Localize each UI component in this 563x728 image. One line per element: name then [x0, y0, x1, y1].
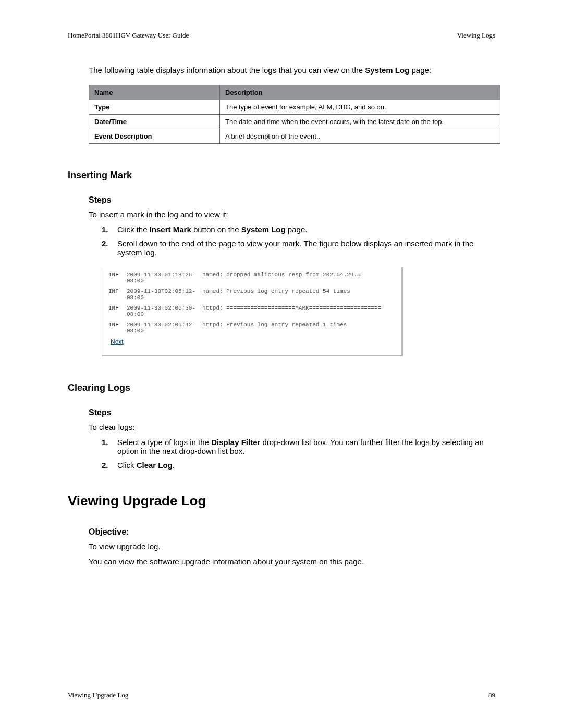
step-text: button on the	[191, 225, 241, 234]
table-row: Event Description A brief description of…	[89, 129, 500, 144]
step-text: page.	[286, 225, 308, 234]
page-header: HomePortal 3801HGV Gateway User Guide Vi…	[68, 31, 495, 40]
log-timestamp: 2009-11-30T02:06:30-08:00	[127, 305, 202, 317]
log-row: INF 2009-11-30T02:05:12-08:00 named: Pre…	[108, 288, 395, 301]
step-number: 2.	[102, 461, 108, 470]
log-level: INF	[108, 272, 127, 284]
log-level: INF	[108, 305, 127, 317]
page-footer: Viewing Upgrade Log 89	[68, 691, 495, 699]
step-bold: Display Filter	[211, 438, 260, 447]
col-name-header: Name	[89, 85, 220, 100]
next-link[interactable]: Next	[111, 338, 395, 346]
log-timestamp: 2009-11-30T01:13:26-08:00	[127, 272, 202, 284]
steps-heading: Steps	[89, 408, 495, 417]
log-row: INF 2009-11-30T02:06:42-08:00 httpd: Pre…	[108, 322, 395, 334]
viewing-upgrade-log-heading: Viewing Upgrade Log	[68, 493, 495, 509]
objective-heading: Objective:	[89, 527, 495, 537]
step-bold: Clear Log	[137, 461, 173, 470]
step-bold: System Log	[241, 225, 286, 234]
header-left: HomePortal 3801HGV Gateway User Guide	[68, 31, 189, 40]
table-row: Date/Time The date and time when the eve…	[89, 115, 500, 129]
log-fields-table: Name Description Type The type of event …	[89, 85, 500, 144]
step-item: 2. Scroll down to the end of the page to…	[102, 239, 495, 257]
log-message: named: Previous log entry repeated 54 ti…	[202, 288, 395, 301]
log-level: INF	[108, 288, 127, 301]
cell-name: Date/Time	[89, 115, 220, 129]
step-text: Scroll down to the end of the page to vi…	[117, 239, 473, 257]
cell-name: Event Description	[89, 129, 220, 144]
step-bold: Insert Mark	[150, 225, 191, 234]
step-item: 1. Click the Insert Mark button on the S…	[102, 225, 495, 234]
table-row: Type The type of event for example, ALM,…	[89, 100, 500, 115]
log-timestamp: 2009-11-30T02:06:42-08:00	[127, 322, 202, 334]
col-desc-header: Description	[220, 85, 500, 100]
step-item: 1. Select a type of logs in the Display …	[102, 438, 495, 455]
cell-desc: The date and time when the event occurs,…	[220, 115, 500, 129]
log-message: named: dropped malicious resp from 202.5…	[202, 272, 395, 284]
upgrade-description: You can view the software upgrade inform…	[89, 557, 495, 566]
clearing-logs-heading: Clearing Logs	[68, 382, 495, 393]
steps-heading: Steps	[89, 195, 495, 205]
log-row: INF 2009-11-30T02:06:30-08:00 httpd: ===…	[108, 305, 395, 317]
log-message: httpd: Previous log entry repeated 1 tim…	[202, 322, 395, 334]
step-text: Click the	[117, 225, 150, 234]
step-item: 2. Click Clear Log.	[102, 461, 495, 470]
header-right: Viewing Logs	[457, 31, 495, 40]
log-screenshot: INF 2009-11-30T01:13:26-08:00 named: dro…	[102, 267, 403, 356]
log-level: INF	[108, 322, 127, 334]
footer-page-number: 89	[488, 691, 495, 699]
step-number: 1.	[102, 225, 108, 234]
intro-bold: System Log	[365, 66, 409, 75]
step-text: .	[173, 461, 175, 470]
log-message: httpd: ====================MARK=========…	[202, 305, 395, 317]
footer-left: Viewing Upgrade Log	[68, 691, 128, 699]
cell-name: Type	[89, 100, 220, 115]
inserting-mark-heading: Inserting Mark	[68, 170, 495, 181]
step-number: 2.	[102, 239, 108, 248]
intro-text: The following table displays information…	[89, 66, 365, 75]
clearing-intro: To clear logs:	[89, 423, 495, 431]
step-text: Click	[117, 461, 137, 470]
cell-desc: The type of event for example, ALM, DBG,…	[220, 100, 500, 115]
cell-desc: A brief description of the event..	[220, 129, 500, 144]
intro-paragraph: The following table displays information…	[89, 66, 495, 75]
insert-intro: To insert a mark in the log and to view …	[89, 210, 495, 219]
intro-suffix: page:	[409, 66, 431, 75]
log-row: INF 2009-11-30T01:13:26-08:00 named: dro…	[108, 272, 395, 284]
step-text: Select a type of logs in the	[117, 438, 211, 447]
step-number: 1.	[102, 438, 108, 447]
objective-text: To view upgrade log.	[89, 542, 495, 551]
log-timestamp: 2009-11-30T02:05:12-08:00	[127, 288, 202, 301]
